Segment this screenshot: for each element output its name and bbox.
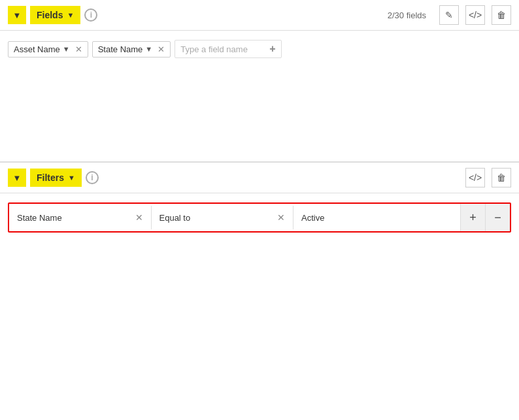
field-name-input[interactable] — [180, 44, 265, 54]
chevron-down-icon: ▼ — [13, 173, 22, 183]
filters-delete-btn[interactable]: 🗑 — [492, 168, 511, 187]
filters-title-btn[interactable]: Filters ▼ — [30, 169, 82, 187]
filter-field-cell: State Name ✕ — [9, 206, 152, 229]
filter-row: State Name ✕ Equal to ✕ Active + − — [8, 202, 511, 233]
code-icon: </> — [469, 10, 482, 20]
field-count-label: 2/30 fields — [388, 10, 426, 20]
filter-operator-cell: Equal to ✕ — [152, 206, 294, 229]
fields-content: Asset Name ▼ ✕ State Name ▼ ✕ + — [0, 31, 519, 161]
filters-code-btn[interactable]: </> — [465, 168, 485, 187]
filters-chevron-btn[interactable]: ▼ — [8, 169, 26, 187]
filters-content: State Name ✕ Equal to ✕ Active + − — [0, 193, 519, 324]
fields-edit-btn[interactable]: ✎ — [439, 5, 459, 25]
field-tag-state-name-arrow-icon[interactable]: ▼ — [145, 45, 152, 53]
trash-icon: 🗑 — [497, 172, 506, 183]
fields-chevron-btn[interactable]: ▼ — [8, 6, 26, 24]
fields-dropdown-arrow-icon: ▼ — [67, 11, 74, 19]
plus-icon: + — [469, 211, 477, 225]
field-tag-asset-name-arrow-icon[interactable]: ▼ — [63, 45, 70, 53]
field-name-input-container: + — [175, 40, 281, 58]
fields-section: ▼ Fields ▼ i 2/30 fields ✎ </> 🗑 Asset N… — [0, 0, 519, 162]
filter-operator-label: Equal to — [159, 213, 191, 223]
pen-icon: ✎ — [445, 10, 453, 20]
field-tags-container: Asset Name ▼ ✕ State Name ▼ ✕ + — [8, 40, 511, 58]
fields-header: ▼ Fields ▼ i 2/30 fields ✎ </> 🗑 — [0, 0, 519, 31]
field-tag-state-name-remove-btn[interactable]: ✕ — [158, 44, 165, 54]
fields-title-label: Fields — [37, 10, 63, 20]
code-icon: </> — [469, 172, 482, 183]
filter-actions: + − — [460, 204, 510, 231]
field-tag-asset-name-label: Asset Name — [14, 44, 60, 54]
filter-value-label: Active — [301, 213, 324, 223]
filter-field-label: State Name — [17, 213, 62, 223]
fields-info-icon: i — [84, 8, 97, 22]
filter-remove-btn[interactable]: − — [485, 204, 510, 231]
filters-info-icon: i — [86, 171, 99, 184]
filters-section: ▼ Filters ▼ i </> 🗑 State Name ✕ Equal t… — [0, 162, 519, 324]
filters-dropdown-arrow-icon: ▼ — [68, 174, 75, 182]
filters-header: ▼ Filters ▼ i </> 🗑 — [0, 162, 519, 193]
fields-delete-btn[interactable]: 🗑 — [492, 5, 511, 25]
add-field-icon[interactable]: + — [269, 43, 275, 55]
field-tag-state-name: State Name ▼ ✕ — [92, 41, 171, 57]
trash-icon: 🗑 — [497, 10, 506, 20]
chevron-down-icon: ▼ — [13, 10, 22, 20]
field-tag-asset-name: Asset Name ▼ ✕ — [8, 41, 88, 57]
filter-operator-remove-btn[interactable]: ✕ — [277, 212, 285, 223]
filter-value-cell: Active — [293, 206, 460, 229]
minus-icon: − — [494, 211, 501, 225]
field-tag-asset-name-remove-btn[interactable]: ✕ — [75, 44, 82, 54]
filters-title-label: Filters — [37, 172, 64, 183]
fields-code-btn[interactable]: </> — [465, 5, 485, 25]
fields-title-btn[interactable]: Fields ▼ — [30, 6, 80, 24]
field-tag-state-name-label: State Name — [98, 44, 143, 54]
filter-add-btn[interactable]: + — [460, 204, 485, 231]
filter-field-remove-btn[interactable]: ✕ — [135, 212, 143, 223]
